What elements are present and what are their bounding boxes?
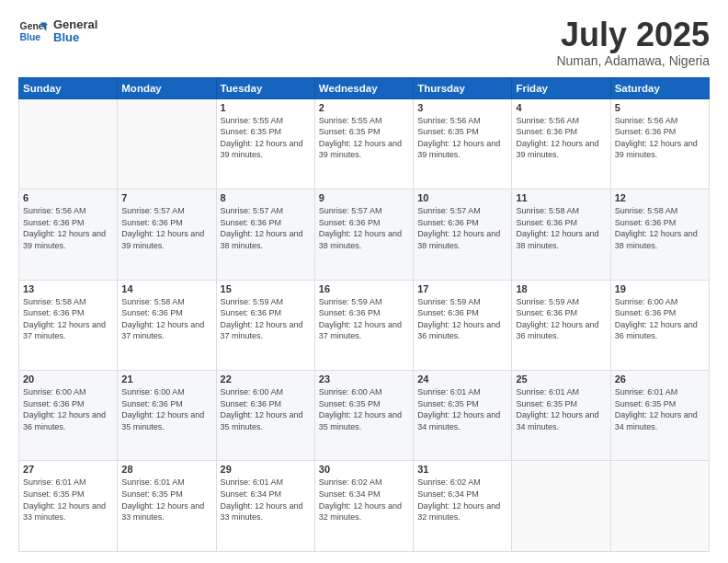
week-row-2: 6Sunrise: 5:56 AM Sunset: 6:36 PM Daylig… bbox=[19, 190, 710, 280]
calendar-cell: 10Sunrise: 5:57 AM Sunset: 6:36 PM Dayli… bbox=[414, 190, 512, 280]
calendar-cell: 24Sunrise: 6:01 AM Sunset: 6:35 PM Dayli… bbox=[414, 371, 512, 461]
calendar-cell: 13Sunrise: 5:58 AM Sunset: 6:36 PM Dayli… bbox=[19, 280, 118, 370]
location-subtitle: Numan, Adamawa, Nigeria bbox=[556, 53, 710, 68]
day-info: Sunrise: 5:59 AM Sunset: 6:36 PM Dayligh… bbox=[319, 296, 409, 342]
day-info: Sunrise: 6:00 AM Sunset: 6:36 PM Dayligh… bbox=[121, 386, 211, 432]
day-number: 5 bbox=[615, 102, 705, 113]
calendar-cell bbox=[118, 98, 216, 189]
day-info: Sunrise: 5:57 AM Sunset: 6:36 PM Dayligh… bbox=[417, 205, 507, 251]
calendar-cell: 26Sunrise: 6:01 AM Sunset: 6:35 PM Dayli… bbox=[610, 371, 709, 461]
calendar-cell: 8Sunrise: 5:57 AM Sunset: 6:36 PM Daylig… bbox=[216, 190, 314, 280]
weekday-header-saturday: Saturday bbox=[610, 77, 709, 98]
weekday-header-monday: Monday bbox=[118, 77, 216, 98]
calendar-cell: 9Sunrise: 5:57 AM Sunset: 6:36 PM Daylig… bbox=[314, 190, 413, 280]
day-number: 25 bbox=[516, 373, 606, 385]
calendar-table: SundayMondayTuesdayWednesdayThursdayFrid… bbox=[18, 77, 710, 552]
calendar-cell: 11Sunrise: 5:58 AM Sunset: 6:36 PM Dayli… bbox=[512, 190, 610, 280]
calendar-cell: 25Sunrise: 6:01 AM Sunset: 6:35 PM Dayli… bbox=[512, 371, 610, 461]
calendar-cell: 28Sunrise: 6:01 AM Sunset: 6:35 PM Dayli… bbox=[118, 461, 216, 552]
day-info: Sunrise: 6:00 AM Sunset: 6:35 PM Dayligh… bbox=[319, 386, 409, 432]
calendar-cell: 2Sunrise: 5:55 AM Sunset: 6:35 PM Daylig… bbox=[314, 98, 413, 189]
week-row-5: 27Sunrise: 6:01 AM Sunset: 6:35 PM Dayli… bbox=[19, 461, 710, 552]
calendar-cell bbox=[610, 461, 709, 552]
weekday-header-wednesday: Wednesday bbox=[314, 77, 413, 98]
day-number: 1 bbox=[221, 102, 311, 113]
calendar-cell: 1Sunrise: 5:55 AM Sunset: 6:35 PM Daylig… bbox=[216, 98, 314, 189]
title-section: July 2025 Numan, Adamawa, Nigeria bbox=[556, 17, 710, 68]
weekday-header-sunday: Sunday bbox=[19, 77, 118, 98]
week-row-1: 1Sunrise: 5:55 AM Sunset: 6:35 PM Daylig… bbox=[19, 98, 710, 189]
day-info: Sunrise: 6:01 AM Sunset: 6:34 PM Dayligh… bbox=[221, 477, 311, 523]
day-info: Sunrise: 5:59 AM Sunset: 6:36 PM Dayligh… bbox=[221, 296, 311, 342]
calendar-cell: 7Sunrise: 5:57 AM Sunset: 6:36 PM Daylig… bbox=[118, 190, 216, 280]
day-number: 22 bbox=[221, 373, 311, 385]
logo-line2: Blue bbox=[53, 31, 97, 44]
day-info: Sunrise: 5:58 AM Sunset: 6:36 PM Dayligh… bbox=[23, 296, 113, 342]
day-info: Sunrise: 6:01 AM Sunset: 6:35 PM Dayligh… bbox=[417, 386, 507, 432]
calendar-cell: 14Sunrise: 5:58 AM Sunset: 6:36 PM Dayli… bbox=[118, 280, 216, 370]
calendar-cell: 31Sunrise: 6:02 AM Sunset: 6:34 PM Dayli… bbox=[414, 461, 512, 552]
logo: General Blue General Blue bbox=[18, 17, 97, 46]
calendar-cell: 15Sunrise: 5:59 AM Sunset: 6:36 PM Dayli… bbox=[216, 280, 314, 370]
calendar-cell: 23Sunrise: 6:00 AM Sunset: 6:35 PM Dayli… bbox=[314, 371, 413, 461]
calendar-cell: 6Sunrise: 5:56 AM Sunset: 6:36 PM Daylig… bbox=[19, 190, 118, 280]
day-info: Sunrise: 5:58 AM Sunset: 6:36 PM Dayligh… bbox=[615, 205, 705, 251]
day-info: Sunrise: 5:57 AM Sunset: 6:36 PM Dayligh… bbox=[319, 205, 409, 251]
day-number: 14 bbox=[121, 283, 211, 294]
day-number: 4 bbox=[516, 102, 606, 113]
day-info: Sunrise: 6:02 AM Sunset: 6:34 PM Dayligh… bbox=[417, 477, 507, 523]
calendar-cell: 22Sunrise: 6:00 AM Sunset: 6:36 PM Dayli… bbox=[216, 371, 314, 461]
page: General Blue General Blue July 2025 Numa… bbox=[0, 0, 728, 563]
day-info: Sunrise: 6:00 AM Sunset: 6:36 PM Dayligh… bbox=[615, 296, 705, 342]
day-number: 29 bbox=[221, 464, 311, 475]
day-number: 10 bbox=[417, 192, 507, 203]
calendar-cell: 4Sunrise: 5:56 AM Sunset: 6:36 PM Daylig… bbox=[512, 98, 610, 189]
week-row-3: 13Sunrise: 5:58 AM Sunset: 6:36 PM Dayli… bbox=[19, 280, 710, 370]
day-number: 21 bbox=[121, 373, 211, 385]
day-info: Sunrise: 5:57 AM Sunset: 6:36 PM Dayligh… bbox=[121, 205, 211, 251]
day-number: 13 bbox=[23, 283, 113, 294]
calendar-cell: 18Sunrise: 5:59 AM Sunset: 6:36 PM Dayli… bbox=[512, 280, 610, 370]
day-info: Sunrise: 5:56 AM Sunset: 6:36 PM Dayligh… bbox=[516, 115, 606, 161]
header: General Blue General Blue July 2025 Numa… bbox=[18, 17, 710, 68]
day-info: Sunrise: 5:59 AM Sunset: 6:36 PM Dayligh… bbox=[516, 296, 606, 342]
day-number: 28 bbox=[121, 464, 211, 475]
day-number: 20 bbox=[23, 373, 113, 385]
day-number: 23 bbox=[319, 373, 409, 385]
day-number: 16 bbox=[319, 283, 409, 294]
calendar-cell bbox=[19, 98, 118, 189]
day-number: 17 bbox=[417, 283, 507, 294]
calendar-cell: 5Sunrise: 5:56 AM Sunset: 6:36 PM Daylig… bbox=[610, 98, 709, 189]
month-title: July 2025 bbox=[556, 17, 710, 53]
calendar-cell bbox=[512, 461, 610, 552]
day-info: Sunrise: 5:56 AM Sunset: 6:36 PM Dayligh… bbox=[23, 205, 113, 251]
svg-text:Blue: Blue bbox=[20, 32, 41, 42]
day-info: Sunrise: 6:00 AM Sunset: 6:36 PM Dayligh… bbox=[221, 386, 311, 432]
day-info: Sunrise: 6:02 AM Sunset: 6:34 PM Dayligh… bbox=[319, 477, 409, 523]
day-info: Sunrise: 5:55 AM Sunset: 6:35 PM Dayligh… bbox=[319, 115, 409, 161]
day-number: 2 bbox=[319, 102, 409, 113]
day-number: 12 bbox=[615, 192, 705, 203]
day-info: Sunrise: 6:01 AM Sunset: 6:35 PM Dayligh… bbox=[121, 477, 211, 523]
day-number: 18 bbox=[516, 283, 606, 294]
logo-line1: General bbox=[53, 18, 97, 31]
day-info: Sunrise: 5:58 AM Sunset: 6:36 PM Dayligh… bbox=[121, 296, 211, 342]
day-info: Sunrise: 5:58 AM Sunset: 6:36 PM Dayligh… bbox=[516, 205, 606, 251]
day-info: Sunrise: 5:56 AM Sunset: 6:36 PM Dayligh… bbox=[615, 115, 705, 161]
day-info: Sunrise: 6:01 AM Sunset: 6:35 PM Dayligh… bbox=[23, 477, 113, 523]
weekday-header-thursday: Thursday bbox=[414, 77, 512, 98]
day-number: 15 bbox=[221, 283, 311, 294]
calendar-cell: 19Sunrise: 6:00 AM Sunset: 6:36 PM Dayli… bbox=[610, 280, 709, 370]
day-number: 31 bbox=[417, 464, 507, 475]
day-number: 11 bbox=[516, 192, 606, 203]
day-info: Sunrise: 5:57 AM Sunset: 6:36 PM Dayligh… bbox=[221, 205, 311, 251]
day-number: 19 bbox=[615, 283, 705, 294]
week-row-4: 20Sunrise: 6:00 AM Sunset: 6:36 PM Dayli… bbox=[19, 371, 710, 461]
weekday-header-friday: Friday bbox=[512, 77, 610, 98]
calendar-cell: 20Sunrise: 6:00 AM Sunset: 6:36 PM Dayli… bbox=[19, 371, 118, 461]
calendar-cell: 21Sunrise: 6:00 AM Sunset: 6:36 PM Dayli… bbox=[118, 371, 216, 461]
day-info: Sunrise: 6:01 AM Sunset: 6:35 PM Dayligh… bbox=[516, 386, 606, 432]
day-number: 7 bbox=[121, 192, 211, 203]
day-info: Sunrise: 5:56 AM Sunset: 6:35 PM Dayligh… bbox=[417, 115, 507, 161]
calendar-cell: 16Sunrise: 5:59 AM Sunset: 6:36 PM Dayli… bbox=[314, 280, 413, 370]
